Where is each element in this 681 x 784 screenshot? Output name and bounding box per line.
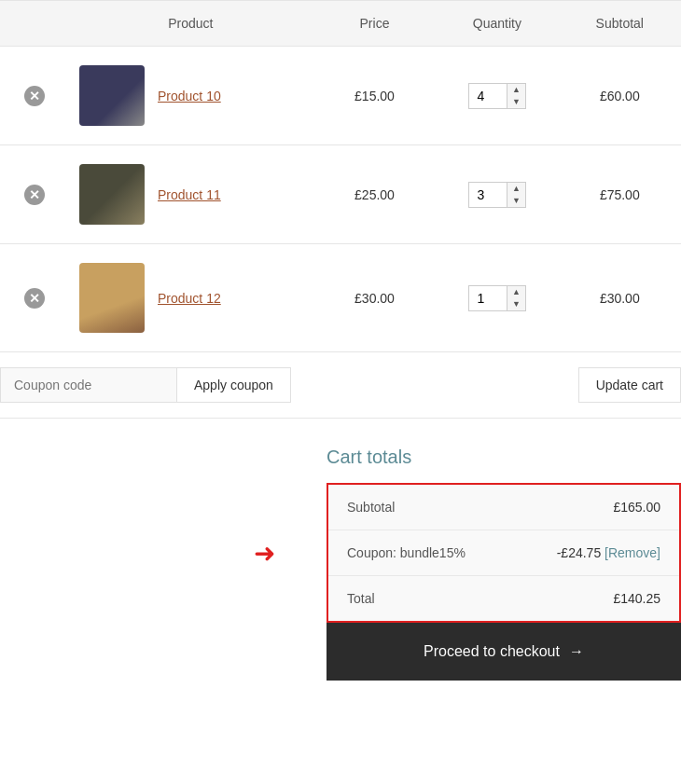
apply-coupon-button[interactable]: Apply coupon [177, 367, 291, 403]
product-link-10[interactable]: Product 10 [158, 89, 221, 103]
product-cell-inner-1: Product 11 [79, 164, 302, 225]
product-subtotal-11: £75.00 [600, 187, 640, 202]
table-row: ✕ Product 12 £30.00 ▲ ▼ [0, 244, 681, 352]
cart-totals-box: Cart totals Subtotal £165.00 ➜ Coupon: b… [327, 447, 681, 623]
remove-product-12-button[interactable]: ✕ [24, 288, 45, 309]
total-value: £140.25 [613, 591, 660, 606]
cart-totals-section: Cart totals Subtotal £165.00 ➜ Coupon: b… [0, 419, 681, 708]
cart-totals-title: Cart totals [327, 447, 681, 468]
cart-table: Product Price Quantity Subtotal ✕ Produc… [0, 0, 681, 352]
product-cell-inner-2: Product 12 [79, 263, 302, 333]
col-remove-header [0, 1, 68, 47]
subtotal-cell-1: £75.00 [559, 145, 681, 244]
product-price-12: £30.00 [354, 291, 395, 306]
proceed-to-checkout-button[interactable]: Proceed to checkout → [327, 623, 681, 681]
subtotal-row: Subtotal £165.00 [328, 485, 679, 530]
price-cell-0: £15.00 [313, 47, 436, 145]
subtotal-cell-0: £60.00 [559, 47, 681, 145]
total-label: Total [347, 591, 375, 606]
qty-input-11[interactable] [469, 184, 507, 206]
product-link-12[interactable]: Product 12 [158, 291, 221, 306]
table-row: ✕ Product 10 £15.00 ▲ ▼ [0, 47, 681, 145]
col-price-header: Price [313, 1, 436, 47]
qty-up-11[interactable]: ▲ [507, 183, 525, 195]
qty-spinners-12: ▲ ▼ [507, 286, 525, 310]
product-price-10: £15.00 [354, 89, 395, 103]
product-cell-2: Product 12 [68, 244, 313, 352]
qty-up-12[interactable]: ▲ [507, 286, 525, 298]
red-arrow-icon: ➜ [254, 538, 275, 569]
qty-cell-0: ▲ ▼ [436, 47, 558, 145]
qty-down-12[interactable]: ▼ [507, 298, 525, 310]
remove-product-11-button[interactable]: ✕ [24, 185, 45, 205]
coupon-row: Apply coupon Update cart [0, 352, 681, 419]
cart-totals-inner: Subtotal £165.00 ➜ Coupon: bundle15% -£2… [327, 483, 681, 623]
coupon-left: Apply coupon [0, 367, 291, 403]
col-subtotal-header: Subtotal [559, 1, 681, 47]
checkout-arrow-icon: → [569, 643, 584, 660]
product-link-11[interactable]: Product 11 [158, 187, 221, 202]
subtotal-value: £165.00 [613, 500, 660, 515]
coupon-discount-value: -£24.75 [Remove] [557, 545, 660, 560]
qty-input-10[interactable] [469, 85, 507, 107]
product-image-11 [79, 164, 145, 225]
qty-down-11[interactable]: ▼ [507, 195, 525, 207]
remove-cell-1: ✕ [0, 145, 68, 244]
product-price-11: £25.00 [354, 187, 395, 202]
total-row: Total £140.25 [328, 576, 679, 621]
qty-input-12[interactable] [469, 287, 507, 309]
qty-down-10[interactable]: ▼ [507, 96, 525, 108]
checkout-label: Proceed to checkout [424, 643, 560, 660]
remove-product-10-button[interactable]: ✕ [24, 86, 45, 106]
coupon-label: Coupon: bundle15% [347, 545, 466, 560]
product-subtotal-12: £30.00 [600, 291, 640, 306]
remove-cell-0: ✕ [0, 47, 68, 145]
product-image-10 [79, 65, 145, 126]
qty-spinners-10: ▲ ▼ [507, 84, 525, 108]
update-cart-button[interactable]: Update cart [578, 367, 681, 403]
table-header-row: Product Price Quantity Subtotal [0, 1, 681, 47]
price-cell-2: £30.00 [313, 244, 436, 352]
qty-up-10[interactable]: ▲ [507, 84, 525, 96]
coupon-input[interactable] [0, 367, 177, 403]
remove-cell-2: ✕ [0, 244, 68, 352]
subtotal-label: Subtotal [347, 500, 395, 515]
qty-cell-2: ▲ ▼ [436, 244, 558, 352]
coupon-row-totals: ➜ Coupon: bundle15% -£24.75 [Remove] [328, 530, 679, 576]
col-quantity-header: Quantity [436, 1, 558, 47]
qty-wrapper-10: ▲ ▼ [468, 83, 526, 109]
qty-wrapper-12: ▲ ▼ [468, 285, 526, 311]
product-subtotal-10: £60.00 [600, 89, 640, 103]
qty-spinners-11: ▲ ▼ [507, 183, 525, 207]
product-cell-inner-0: Product 10 [79, 65, 302, 126]
col-product-header: Product [68, 1, 313, 47]
price-cell-1: £25.00 [313, 145, 436, 244]
product-image-12 [79, 263, 145, 333]
qty-cell-1: ▲ ▼ [436, 145, 558, 244]
subtotal-cell-2: £30.00 [559, 244, 681, 352]
table-row: ✕ Product 11 £25.00 ▲ ▼ [0, 145, 681, 244]
product-cell-1: Product 11 [68, 145, 313, 244]
remove-coupon-link[interactable]: [Remove] [605, 545, 660, 560]
product-cell-0: Product 10 [68, 47, 313, 145]
qty-wrapper-11: ▲ ▼ [468, 182, 526, 208]
